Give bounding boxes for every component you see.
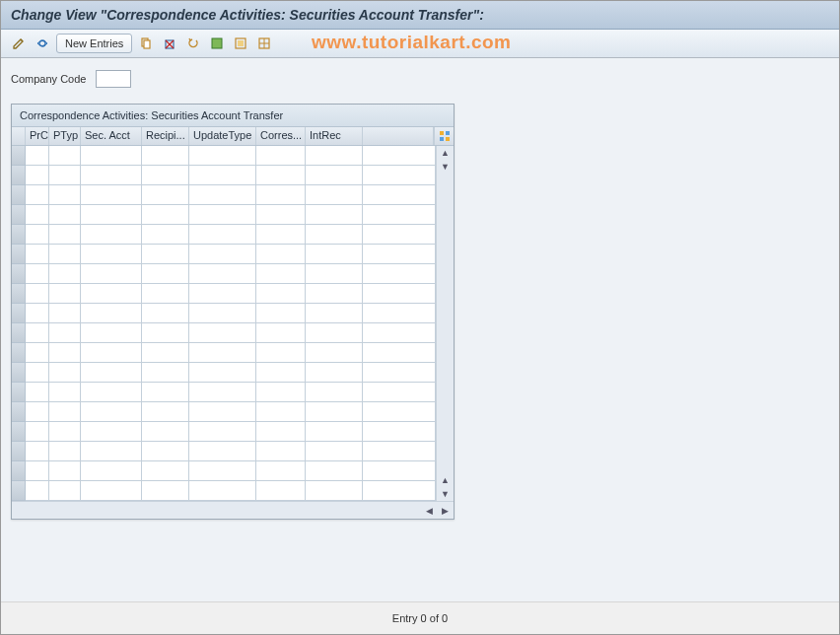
column-header-sec-acct[interactable]: Sec. Acct bbox=[81, 127, 142, 145]
scroll-up-step-icon[interactable]: ▲ bbox=[437, 473, 454, 487]
horizontal-scrollbar[interactable]: ◀ ▶ bbox=[12, 501, 454, 519]
svg-rect-6 bbox=[238, 40, 244, 46]
table-configuration-button[interactable] bbox=[434, 127, 454, 145]
svg-rect-9 bbox=[446, 131, 450, 135]
table-row[interactable] bbox=[12, 323, 436, 343]
row-selector[interactable] bbox=[12, 363, 26, 383]
row-selector[interactable] bbox=[12, 383, 26, 402]
table-row[interactable] bbox=[12, 442, 436, 461]
table-row[interactable] bbox=[12, 146, 436, 166]
table-row[interactable] bbox=[12, 343, 436, 363]
row-selector[interactable] bbox=[12, 166, 26, 185]
table-row[interactable] bbox=[12, 304, 436, 323]
column-header-updatetype[interactable]: UpdateType bbox=[189, 127, 256, 145]
scroll-up-icon[interactable]: ▲ bbox=[437, 146, 454, 160]
svg-rect-2 bbox=[144, 40, 150, 48]
table-card: Correspondence Activities: Securities Ac… bbox=[11, 104, 455, 520]
row-selector[interactable] bbox=[12, 323, 26, 343]
table-row[interactable] bbox=[12, 481, 436, 501]
scroll-down-step-icon[interactable]: ▼ bbox=[437, 160, 454, 174]
table-row[interactable] bbox=[12, 363, 436, 383]
column-header-spacer bbox=[363, 127, 434, 145]
scroll-left-icon[interactable]: ◀ bbox=[422, 504, 436, 518]
content-area: Company Code Correspondence Activities: … bbox=[1, 58, 839, 632]
application-toolbar: New Entries www.tutorialkart.com bbox=[1, 30, 839, 58]
table-row[interactable] bbox=[12, 185, 436, 205]
row-selector[interactable] bbox=[12, 481, 26, 501]
copy-as-icon[interactable] bbox=[136, 34, 156, 53]
row-selector[interactable] bbox=[12, 422, 26, 442]
company-code-row: Company Code bbox=[11, 70, 829, 88]
table-row[interactable] bbox=[12, 245, 436, 264]
column-header-recipi[interactable]: Recipi... bbox=[142, 127, 189, 145]
table-row[interactable] bbox=[12, 284, 436, 304]
row-selector[interactable] bbox=[12, 225, 26, 245]
entry-counter: Entry 0 of 0 bbox=[392, 612, 448, 624]
row-selector[interactable] bbox=[12, 205, 26, 225]
table-row[interactable] bbox=[12, 264, 436, 284]
delete-icon[interactable] bbox=[160, 34, 179, 53]
column-header-ptyp[interactable]: PTyp bbox=[49, 127, 81, 145]
row-selector[interactable] bbox=[12, 146, 26, 166]
row-selector[interactable] bbox=[12, 304, 26, 323]
row-selector[interactable] bbox=[12, 185, 26, 205]
svg-rect-8 bbox=[440, 131, 444, 135]
table-row[interactable] bbox=[12, 205, 436, 225]
new-entries-button[interactable]: New Entries bbox=[56, 34, 132, 53]
other-view-icon[interactable] bbox=[33, 34, 52, 53]
scroll-track[interactable] bbox=[437, 174, 454, 473]
select-block-icon[interactable] bbox=[231, 34, 250, 53]
table-row[interactable] bbox=[12, 402, 436, 422]
column-header-corres[interactable]: Corres... bbox=[256, 127, 306, 145]
table-rows-area bbox=[12, 146, 436, 501]
table-row[interactable] bbox=[12, 461, 436, 481]
table-row[interactable] bbox=[12, 166, 436, 185]
toggle-display-change-icon[interactable] bbox=[9, 34, 29, 53]
row-selector[interactable] bbox=[12, 442, 26, 461]
status-bar: Entry 0 of 0 bbox=[1, 601, 839, 634]
company-code-input[interactable] bbox=[96, 70, 131, 88]
row-selector[interactable] bbox=[12, 461, 26, 481]
select-all-icon[interactable] bbox=[207, 34, 227, 53]
column-header-prc[interactable]: PrC bbox=[26, 127, 49, 145]
svg-rect-11 bbox=[446, 137, 450, 141]
svg-rect-4 bbox=[212, 38, 222, 48]
row-selector[interactable] bbox=[12, 284, 26, 304]
column-header-intrec[interactable]: IntRec bbox=[306, 127, 363, 145]
watermark-text: www.tutorialkart.com bbox=[312, 32, 512, 53]
undo-change-icon[interactable] bbox=[183, 34, 203, 53]
page-title: Change View "Correspondence Activities: … bbox=[11, 7, 484, 23]
company-code-label: Company Code bbox=[11, 73, 86, 85]
row-selector[interactable] bbox=[12, 245, 26, 264]
table-header-row: PrC PTyp Sec. Acct Recipi... UpdateType … bbox=[12, 127, 454, 146]
window-title-bar: Change View "Correspondence Activities: … bbox=[1, 1, 839, 30]
svg-rect-10 bbox=[440, 137, 444, 141]
table-grid: PrC PTyp Sec. Acct Recipi... UpdateType … bbox=[12, 127, 454, 519]
table-title: Correspondence Activities: Securities Ac… bbox=[12, 105, 454, 127]
table-row[interactable] bbox=[12, 383, 436, 402]
scroll-right-icon[interactable]: ▶ bbox=[438, 504, 452, 518]
row-selector-header[interactable] bbox=[12, 127, 26, 145]
row-selector[interactable] bbox=[12, 343, 26, 363]
row-selector[interactable] bbox=[12, 402, 26, 422]
table-row[interactable] bbox=[12, 422, 436, 442]
table-row[interactable] bbox=[12, 225, 436, 245]
deselect-all-icon[interactable] bbox=[254, 34, 274, 53]
scroll-down-icon[interactable]: ▼ bbox=[437, 487, 454, 501]
vertical-scrollbar[interactable]: ▲ ▼ ▲ ▼ bbox=[436, 146, 454, 501]
row-selector[interactable] bbox=[12, 264, 26, 284]
